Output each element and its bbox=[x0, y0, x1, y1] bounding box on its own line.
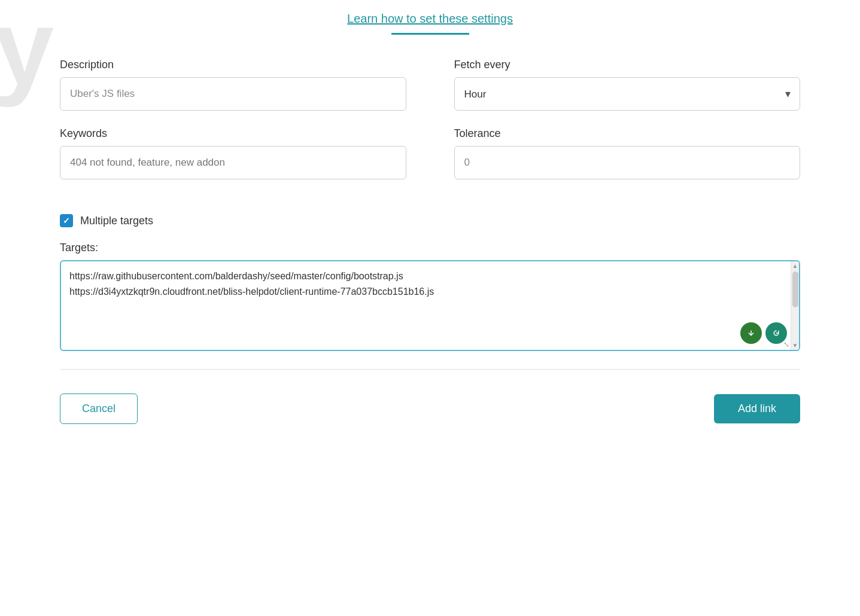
top-divider bbox=[391, 33, 469, 35]
fetch-every-label: Fetch every bbox=[454, 59, 801, 71]
ext-button-green[interactable] bbox=[740, 322, 762, 344]
scrollbar-thumb bbox=[792, 272, 798, 307]
targets-label: Targets: bbox=[60, 242, 800, 254]
keywords-label: Keywords bbox=[60, 127, 406, 140]
scrollbar: ▲ ▼ bbox=[791, 261, 799, 350]
learn-settings-link[interactable]: Learn how to set these settings bbox=[347, 12, 513, 25]
fetch-every-select[interactable]: Minute Hour Day Week bbox=[454, 77, 801, 111]
targets-textarea-wrapper: https://raw.githubusercontent.com/balder… bbox=[60, 260, 800, 351]
form-grid: Description Fetch every Minute Hour Day … bbox=[60, 59, 800, 196]
multiple-targets-row: ✓ Multiple targets bbox=[60, 214, 800, 227]
targets-textarea[interactable]: https://raw.githubusercontent.com/balder… bbox=[69, 269, 791, 340]
tolerance-input[interactable] bbox=[454, 146, 801, 179]
keywords-group: Keywords bbox=[60, 127, 406, 179]
textarea-ext-buttons bbox=[740, 322, 787, 344]
content-wrapper: Learn how to set these settings Descript… bbox=[0, 0, 860, 424]
footer-buttons: Cancel Add link bbox=[60, 394, 800, 424]
keywords-input[interactable] bbox=[60, 146, 406, 179]
description-label: Description bbox=[60, 59, 406, 71]
description-group: Description bbox=[60, 59, 406, 111]
add-link-button[interactable]: Add link bbox=[714, 394, 800, 423]
tolerance-label: Tolerance bbox=[454, 127, 801, 140]
fetch-every-select-wrapper: Minute Hour Day Week bbox=[454, 77, 801, 111]
tolerance-group: Tolerance bbox=[454, 127, 801, 179]
multiple-targets-label[interactable]: Multiple targets bbox=[80, 215, 153, 227]
resize-handle[interactable]: ⤡ bbox=[783, 340, 789, 349]
bottom-divider bbox=[60, 369, 800, 370]
cancel-button[interactable]: Cancel bbox=[60, 394, 138, 424]
multiple-targets-checkbox[interactable]: ✓ bbox=[60, 214, 73, 227]
scrollbar-arrow-down: ▼ bbox=[792, 342, 798, 349]
fetch-every-group: Fetch every Minute Hour Day Week bbox=[454, 59, 801, 111]
scrollbar-arrow-up: ▲ bbox=[792, 263, 798, 269]
checkmark-icon: ✓ bbox=[63, 216, 70, 225]
description-input[interactable] bbox=[60, 77, 406, 111]
targets-section: Targets: https://raw.githubusercontent.c… bbox=[60, 242, 800, 351]
top-link-container: Learn how to set these settings bbox=[60, 12, 800, 26]
page-container: y Learn how to set these settings Descri… bbox=[0, 0, 860, 616]
